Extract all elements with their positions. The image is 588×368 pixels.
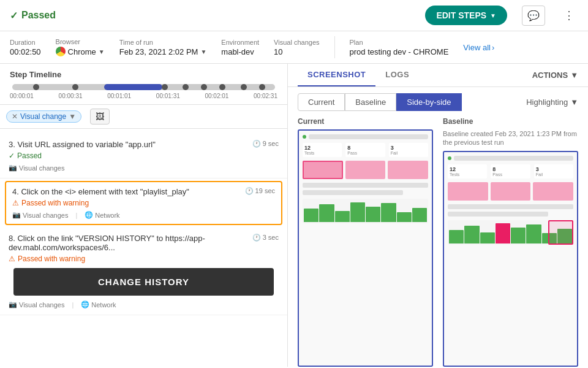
meta-bar: Duration 00:02:50 Browser Chrome ▼ Time … (0, 31, 588, 64)
actions-button[interactable]: ACTIONS ▼ (532, 71, 578, 80)
compare-tab-sidebyside[interactable]: Side-by-side (396, 93, 461, 111)
bar-6 (381, 203, 396, 222)
timeline-label-1: 00:00:31 (59, 93, 83, 99)
bar-8 (412, 208, 427, 222)
view-all-link[interactable]: View all › (463, 43, 494, 52)
messages-button[interactable]: 💬 (522, 6, 545, 26)
mock-card-b3 (533, 182, 573, 201)
baseline-title: Baseline (443, 117, 578, 126)
edit-steps-button[interactable]: EDIT STEPS ▼ (425, 6, 507, 25)
mock-stat-1: 12 Tests (303, 143, 342, 157)
bar-b1 (449, 230, 464, 243)
current-screenshot-col: Current 12 Tests 8 (298, 117, 433, 367)
more-options-button[interactable]: ⋮ (560, 5, 578, 26)
filter-dropdown-icon[interactable]: ▼ (69, 112, 76, 121)
time-value: Feb 23, 2021 2:02 PM ▼ (119, 47, 207, 56)
mock-urlbar (309, 134, 428, 139)
mock-chart-bars (303, 199, 428, 223)
env-label: Environment (221, 39, 259, 46)
mock-header-baseline (448, 156, 573, 161)
mock-cards (303, 161, 428, 179)
tab-screenshot-label: SCREENSHOT (307, 70, 366, 79)
passed-badge: ✓ Passed (10, 10, 56, 21)
step-4-status: ⚠ Passed with warning (12, 199, 275, 207)
bar-b6 (526, 224, 541, 243)
bar-3 (335, 211, 350, 222)
step-4-meta: 📷 Visual changes | 🌐 Network (12, 211, 275, 219)
timeline-track (12, 84, 275, 90)
actions-dropdown-icon: ▼ (570, 71, 578, 80)
clock-icon-4: 🕐 (245, 187, 254, 194)
screenshot-icon: 🖼 (96, 112, 104, 121)
step-8-time: 🕐 3 sec (252, 234, 279, 242)
actions-label: ACTIONS (532, 71, 568, 80)
compare-tab-current[interactable]: Current (298, 93, 345, 111)
step-8-header: 8. Click on the link "VERSION HISTORY" t… (9, 234, 279, 252)
current-title: Current (298, 117, 433, 126)
warn-icon-8: ⚠ (9, 255, 15, 263)
time-meta: Time of run Feb 23, 2021 2:02 PM ▼ (119, 39, 207, 56)
bar-1 (304, 209, 318, 222)
chevron-right-icon: › (492, 43, 494, 52)
step-4-visual-chip: 📷 Visual changes (12, 211, 68, 219)
browser-dropdown-icon[interactable]: ▼ (99, 48, 105, 55)
clock-icon-8: 🕐 (252, 234, 261, 241)
right-tabs: SCREENSHOT LOGS ACTIONS ▼ (288, 64, 588, 87)
highlighting-dropdown-icon: ▼ (570, 98, 578, 107)
step-3-visual-chip: 📷 Visual changes (9, 164, 64, 172)
step-4-title: 4. Click on the <i> element with text "p… (12, 187, 240, 196)
filter-remove-icon[interactable]: ✕ (12, 112, 18, 121)
mock-text-b2 (448, 212, 548, 217)
main-layout: Step Timeline 00:00:01 00:00:31 00:01:01… (0, 64, 588, 367)
compare-tab-baseline[interactable]: Baseline (345, 93, 396, 111)
filter-tag-visual-change[interactable]: ✕ Visual change ▼ (6, 110, 81, 123)
mock-text-b1 (448, 204, 573, 209)
clock-icon-3: 🕐 (252, 140, 261, 147)
top-bar: ✓ Passed EDIT STEPS ▼ 💬 ⋮ (0, 0, 588, 31)
screenshot-filter-button[interactable]: 🖼 (90, 109, 110, 125)
current-screenshot-content: 12 Tests 8 Pass 3 Fail (299, 131, 432, 227)
passed-label: Passed (21, 10, 56, 21)
bar-b2 (464, 226, 479, 243)
tab-logs[interactable]: LOGS (375, 64, 419, 86)
step-8-status-label: Passed with warning (18, 255, 85, 263)
step-item-8[interactable]: 8. Click on the link "VERSION HISTORY" t… (0, 228, 287, 315)
change-history-overlay: CHANGE HISTORY (13, 268, 274, 296)
bar-2 (319, 204, 334, 222)
step-8-meta: 📷 Visual changes | 🌐 Network (9, 301, 279, 309)
step-4-time: 🕐 19 sec (245, 187, 275, 195)
chrome-icon (56, 47, 66, 56)
step-item-3[interactable]: 3. Visit URL assigned to variable "app.u… (0, 134, 287, 178)
highlighting-button[interactable]: Highlighting ▼ (526, 98, 578, 107)
messages-icon: 💬 (527, 10, 540, 21)
tab-screenshot[interactable]: SCREENSHOT (298, 64, 375, 86)
step-8-visual-label: Visual changes (19, 301, 64, 309)
mock-status-dot (303, 135, 306, 139)
change-history-button[interactable]: CHANGE HISTORY (13, 268, 274, 296)
duration-value: 00:02:50 (10, 47, 41, 56)
step-item-4[interactable]: 4. Click on the <i> element with text "p… (5, 181, 282, 225)
time-dropdown-icon[interactable]: ▼ (200, 48, 206, 55)
env-value: mabl-dev (221, 47, 259, 56)
timeline-dot-8 (241, 84, 247, 90)
browser-value: Chrome ▼ (56, 47, 105, 56)
warn-icon-4: ⚠ (12, 199, 19, 207)
step-4-network-chip: 🌐 Network (85, 211, 119, 219)
step-4-visual-label: Visual changes (23, 212, 68, 219)
plan-label: Plan (350, 39, 449, 46)
compare-tab-current-label: Current (308, 98, 334, 107)
bar-b3 (480, 232, 495, 243)
filter-bar: ✕ Visual change ▼ 🖼 (0, 105, 287, 129)
mock-stat-b2: 8 Pass (491, 164, 530, 178)
step-3-status-label: Passed (17, 151, 42, 160)
mock-text-1 (303, 183, 428, 188)
step-3-header: 3. Visit URL assigned to variable "app.u… (9, 140, 279, 149)
tab-logs-label: LOGS (385, 70, 409, 79)
timeline-labels: 00:00:01 00:00:31 00:01:01 00:01:31 00:0… (10, 93, 277, 99)
view-all-label: View all (463, 43, 491, 52)
mock-stats-b: 12 Tests 8 Pass 3 Fail (448, 164, 573, 178)
camera-icon-4: 📷 (12, 211, 21, 219)
timeline-dot-3 (109, 84, 115, 90)
more-icon: ⋮ (564, 9, 575, 21)
mock-stat-2: 8 Pass (345, 143, 385, 157)
